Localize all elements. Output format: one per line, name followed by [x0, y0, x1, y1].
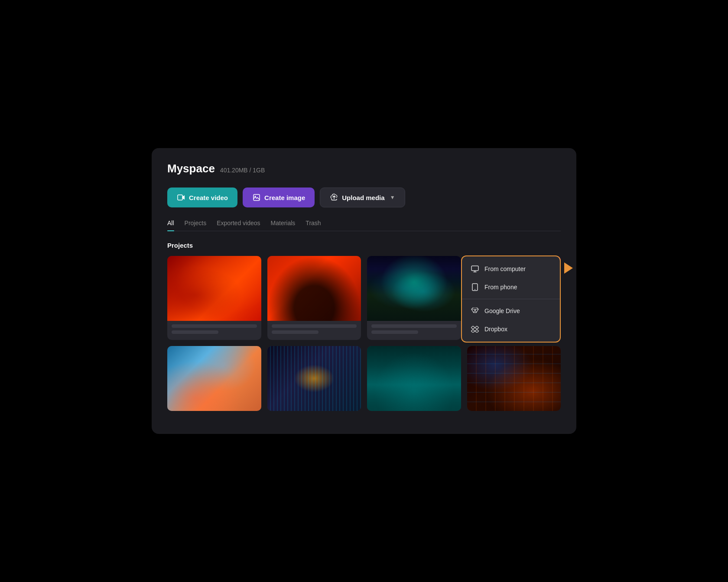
- tab-exported-videos[interactable]: Exported videos: [217, 220, 260, 231]
- tab-trash[interactable]: Trash: [306, 220, 321, 231]
- project-item-1[interactable]: [167, 256, 261, 340]
- project-item-5[interactable]: [167, 346, 261, 411]
- app-title: Myspace: [167, 162, 215, 175]
- project-meta-2: [267, 321, 361, 340]
- from-computer-label: From computer: [484, 265, 526, 272]
- phone-icon: [471, 283, 479, 291]
- projects-section-title: Projects: [167, 242, 561, 249]
- create-image-button[interactable]: Create image: [243, 188, 315, 207]
- google-drive-label: Google Drive: [484, 307, 520, 314]
- project-item-3[interactable]: [367, 256, 461, 340]
- thumbnail-3: [367, 256, 461, 321]
- svg-rect-0: [178, 195, 182, 200]
- meta-line-4: [272, 330, 318, 334]
- upload-dropbox[interactable]: Dropbox: [462, 320, 560, 338]
- svg-point-5: [474, 289, 475, 290]
- thumbnail-6: [267, 346, 361, 411]
- from-phone-label: From phone: [484, 284, 517, 291]
- meta-line-2: [172, 330, 218, 334]
- image-icon: [252, 193, 261, 202]
- meta-line-3: [272, 324, 357, 328]
- app-container: Myspace 401.20MB / 1GB Create video Cr: [152, 148, 576, 434]
- upload-media-button[interactable]: Upload media ▼: [320, 188, 405, 207]
- svg-rect-3: [471, 266, 478, 271]
- google-drive-icon: [471, 307, 479, 315]
- upload-google-drive[interactable]: Google Drive: [462, 302, 560, 320]
- action-buttons: Create video Create image Upload med: [167, 188, 561, 207]
- thumbnail-8: [467, 346, 561, 411]
- projects-grid-2: [167, 346, 561, 411]
- project-meta-1: [167, 321, 261, 340]
- tab-projects[interactable]: Projects: [185, 220, 207, 231]
- meta-line-1: [172, 324, 257, 328]
- meta-line-6: [371, 330, 418, 334]
- chevron-down-icon: ▼: [390, 194, 395, 200]
- create-video-button[interactable]: Create video: [167, 188, 237, 207]
- storage-info: 401.20MB / 1GB: [220, 167, 265, 174]
- dropdown-divider: [462, 299, 560, 299]
- upload-icon: [330, 193, 338, 202]
- upload-from-phone[interactable]: From phone: [462, 278, 560, 296]
- video-icon: [177, 193, 185, 202]
- dropdown-arrow: [564, 262, 573, 274]
- tab-materials[interactable]: Materials: [271, 220, 296, 231]
- tabs-bar: All Projects Exported videos Materials T…: [167, 220, 561, 231]
- tab-all[interactable]: All: [167, 220, 174, 231]
- monitor-icon: [471, 265, 479, 273]
- project-meta-3: [367, 321, 461, 340]
- thumbnail-5: [167, 346, 261, 411]
- project-item-6[interactable]: [267, 346, 361, 411]
- dropbox-icon: [471, 325, 479, 333]
- project-item-7[interactable]: [367, 346, 461, 411]
- thumbnail-7: [367, 346, 461, 411]
- dropbox-label: Dropbox: [484, 326, 507, 333]
- header: Myspace 401.20MB / 1GB: [167, 162, 561, 175]
- upload-dropdown-menu: From computer From phone Google Drive: [461, 255, 561, 343]
- project-item-2[interactable]: [267, 256, 361, 340]
- upload-from-computer[interactable]: From computer: [462, 260, 560, 278]
- thumbnail-2: [267, 256, 361, 321]
- meta-line-5: [371, 324, 457, 328]
- project-item-8[interactable]: [467, 346, 561, 411]
- thumbnail-1: [167, 256, 261, 321]
